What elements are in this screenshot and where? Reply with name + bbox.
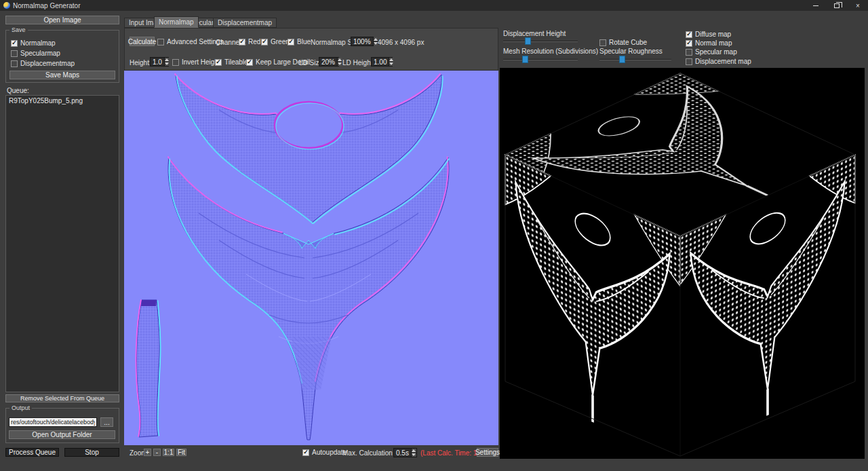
checkbox-advanced-settings[interactable]: Advanced Settings: [157, 38, 223, 45]
spinner-arrows[interactable]: [373, 37, 378, 45]
checkbox-label: Red: [248, 38, 260, 45]
checkbox-box: [11, 40, 18, 47]
spinner-value: 100%: [351, 37, 373, 45]
slider-groove: [503, 59, 578, 60]
displacement-height-slider[interactable]: [503, 37, 578, 45]
mesh-resolution-slider[interactable]: [503, 55, 578, 64]
open-output-folder-button[interactable]: Open Output Folder: [9, 430, 115, 439]
spinner-value: 0.5s: [394, 449, 411, 457]
checkbox-channel-blue[interactable]: Blue: [288, 38, 311, 45]
spinner-down-icon[interactable]: [389, 62, 393, 67]
checkbox-box: [686, 58, 692, 65]
checkbox-save-normalmap[interactable]: Normalmap: [11, 39, 56, 47]
checkbox-label: Rotate Cube: [609, 39, 647, 46]
cube-3d-viewport[interactable]: [500, 68, 865, 459]
checkbox-box: [686, 40, 692, 47]
cube-canvas: [500, 68, 865, 459]
spinner-arrows[interactable]: [389, 58, 393, 66]
checkbox-rotate-cube[interactable]: Rotate Cube: [599, 39, 647, 46]
checkbox-label: Specular map: [695, 48, 737, 56]
app-window: { "window": { "title": "Normalmap Genera…: [0, 0, 868, 471]
spinner-down-icon[interactable]: [165, 62, 169, 67]
checkbox-label: Normal map: [695, 39, 732, 47]
ld-size-spinner[interactable]: 20%: [319, 57, 339, 67]
slider-groove: [599, 59, 671, 60]
spinner-down-icon[interactable]: [412, 453, 416, 457]
settings-button[interactable]: Settings: [477, 448, 498, 457]
checkbox-autoupdate[interactable]: Autoupdate: [302, 449, 347, 456]
normalmap-preview[interactable]: [124, 71, 498, 445]
normalmap-size-spinner[interactable]: 100%: [351, 37, 374, 46]
checkbox-displacement-map[interactable]: Displacement map: [686, 58, 751, 65]
browse-output-button[interactable]: ...: [100, 417, 113, 427]
checkbox-channel-red[interactable]: Red: [239, 38, 260, 45]
checkbox-box: [246, 59, 253, 66]
checkbox-box: [172, 59, 179, 66]
slider-handle[interactable]: [525, 37, 531, 45]
spinner-arrows[interactable]: [411, 449, 416, 457]
window-title: Normalmap Generator: [13, 2, 80, 10]
checkbox-box: [11, 50, 18, 57]
checkbox-specular-map[interactable]: Specular map: [686, 48, 737, 56]
app-icon: [3, 2, 10, 9]
save-group-label: Save: [9, 26, 28, 33]
save-maps-button[interactable]: Save Maps: [9, 71, 115, 79]
queue-list[interactable]: R9TopY025Bump_5.png: [5, 95, 119, 392]
specular-roughness-slider[interactable]: [599, 55, 671, 64]
output-group-label: Output: [9, 404, 32, 411]
ld-height-label: LD Height:: [342, 59, 374, 67]
checkbox-label: Diffuse map: [695, 31, 731, 38]
process-queue-button[interactable]: Process Queue: [5, 448, 59, 457]
slider-groove: [503, 41, 578, 42]
checkbox-label: Normalmap: [20, 39, 56, 47]
slider-handle[interactable]: [522, 56, 528, 63]
checkbox-box: [288, 39, 294, 45]
queue-label: Queue:: [7, 87, 29, 94]
output-path-input[interactable]: [9, 417, 97, 427]
spinner-down-icon[interactable]: [374, 41, 378, 46]
ld-height-spinner[interactable]: 1.00: [371, 57, 393, 67]
calculate-button[interactable]: Calculate: [130, 37, 155, 46]
height-label: Height:: [130, 59, 151, 67]
checkbox-normal-map[interactable]: Normal map: [686, 39, 732, 47]
open-image-button[interactable]: Open Image: [5, 16, 119, 24]
checkbox-box: [261, 39, 268, 45]
close-button[interactable]: ×: [849, 0, 867, 11]
zoom-in-button[interactable]: +: [144, 449, 151, 456]
checkbox-box: [215, 59, 222, 66]
queue-list-item[interactable]: R9TopY025Bump_5.png: [6, 96, 119, 106]
minimize-button[interactable]: [807, 0, 825, 11]
zoom-out-button[interactable]: -: [153, 449, 161, 456]
checkbox-diffuse-map[interactable]: Diffuse map: [686, 31, 731, 38]
checkbox-label: Displacementmap: [20, 60, 75, 67]
checkbox-box: [11, 60, 18, 67]
spinner-value: 20%: [319, 58, 337, 66]
checkbox-channel-green[interactable]: Green: [261, 38, 290, 45]
spinner-down-icon[interactable]: [338, 62, 342, 67]
checkbox-tileable[interactable]: Tileable: [215, 58, 248, 66]
stop-button[interactable]: Stop: [64, 448, 119, 457]
checkbox-box: [302, 449, 309, 456]
height-spinner[interactable]: 1.0: [150, 57, 169, 67]
slider-handle[interactable]: [619, 56, 625, 63]
checkbox-invert-height[interactable]: Invert Height: [172, 58, 220, 66]
checkbox-save-displacementmap[interactable]: Displacementmap: [11, 60, 75, 67]
spinner-value: 1.00: [372, 58, 389, 66]
tab-displacementmap[interactable]: Displacementmap: [213, 18, 277, 28]
specular-roughness-label: Specular Roughness: [599, 48, 663, 55]
max-calc-time-spinner[interactable]: 0.5s: [393, 448, 417, 457]
checkbox-save-specularmap[interactable]: Specularmap: [11, 50, 60, 57]
tab-normalmap[interactable]: Normalmap: [154, 16, 199, 28]
title-bar: Normalmap Generator: [0, 0, 868, 11]
checkbox-box: [599, 39, 606, 46]
zoom-one-to-one-button[interactable]: 1:1: [163, 449, 174, 456]
checkbox-label: Advanced Settings: [167, 38, 223, 45]
normalmap-canvas: [124, 71, 498, 445]
spinner-arrows[interactable]: [337, 58, 342, 66]
mesh-resolution-label: Mesh Resolution (Subdivisions): [503, 48, 598, 55]
zoom-fit-button[interactable]: Fit: [176, 449, 186, 456]
minimize-icon: [813, 5, 818, 6]
restore-button[interactable]: [828, 0, 846, 11]
spinner-arrows[interactable]: [164, 58, 169, 66]
remove-selected-button[interactable]: Remove Selected From Queue: [5, 394, 119, 402]
